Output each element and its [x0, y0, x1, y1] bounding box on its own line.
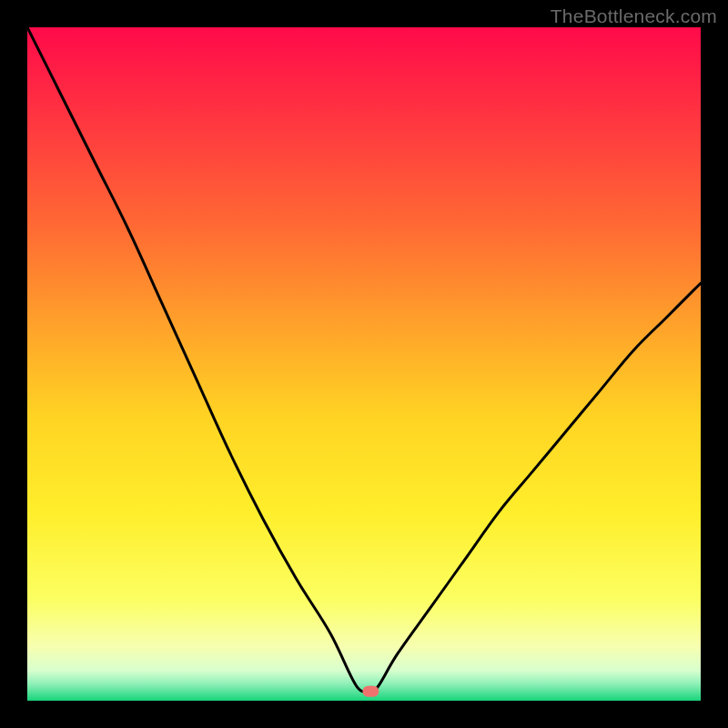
attribution-label: TheBottleneck.com: [551, 5, 717, 27]
chart-frame: TheBottleneck.com: [0, 0, 728, 728]
gradient-background: [27, 27, 701, 701]
optimum-marker: [362, 686, 379, 697]
plot-area: [27, 27, 701, 701]
chart-svg: [27, 27, 701, 701]
